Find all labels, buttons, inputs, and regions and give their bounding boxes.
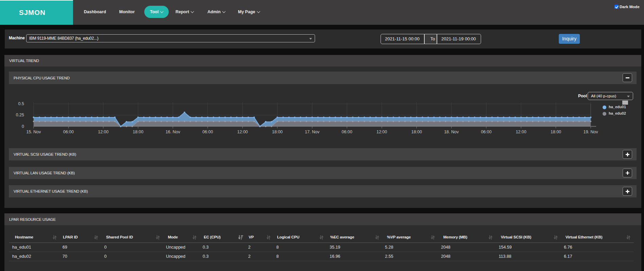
svg-text:18:00: 18:00 xyxy=(551,130,561,134)
svg-text:15. Nov: 15. Nov xyxy=(26,130,41,134)
svg-text:0.5: 0.5 xyxy=(18,101,24,106)
svg-text:18:00: 18:00 xyxy=(133,130,143,134)
svg-text:12:00: 12:00 xyxy=(237,130,248,134)
svg-text:0: 0 xyxy=(22,124,24,129)
svg-text:12:00: 12:00 xyxy=(376,130,387,134)
svg-text:12:00: 12:00 xyxy=(98,130,108,134)
svg-text:0.25: 0.25 xyxy=(16,113,24,117)
svg-text:06:00: 06:00 xyxy=(481,130,492,134)
svg-text:16. Nov: 16. Nov xyxy=(166,130,181,134)
svg-text:18:00: 18:00 xyxy=(272,130,282,134)
svg-text:19. Nov: 19. Nov xyxy=(583,130,598,134)
svg-text:06:00: 06:00 xyxy=(63,130,74,134)
svg-text:06:00: 06:00 xyxy=(342,130,352,134)
svg-text:06:00: 06:00 xyxy=(202,130,213,134)
svg-text:18:00: 18:00 xyxy=(411,130,422,134)
svg-text:18. Nov: 18. Nov xyxy=(444,130,459,134)
svg-text:12:00: 12:00 xyxy=(516,130,526,134)
svg-text:17. Nov: 17. Nov xyxy=(305,130,320,134)
